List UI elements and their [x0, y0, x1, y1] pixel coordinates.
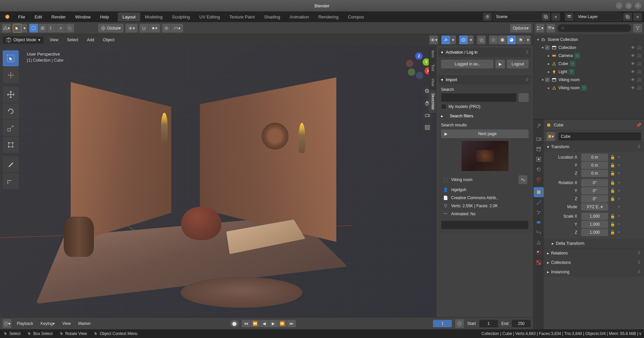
disable-render-icon[interactable]: 🎥	[637, 53, 642, 58]
submenu-add[interactable]: Add	[84, 35, 97, 45]
tab-texture-paint[interactable]: Texture Paint	[225, 12, 260, 21]
tab-object-props[interactable]	[534, 187, 544, 197]
tab-layout[interactable]: Layout	[118, 12, 140, 21]
tab-viewlayer-props[interactable]	[534, 154, 544, 164]
visibility-icon[interactable]: 👁	[631, 53, 635, 58]
lock-icon[interactable]: 🔓	[609, 170, 615, 177]
disable-render-icon[interactable]: 🎥	[637, 77, 642, 82]
outliner-item-viking-room[interactable]: ▾✓Viking room👁🎥	[534, 76, 644, 84]
visibility-filter-icon[interactable]: ▾	[429, 36, 438, 44]
viewport-options[interactable]: Options ▾	[510, 24, 531, 33]
outliner-item-camera[interactable]: ▸Camera▽👁🎥	[534, 52, 644, 60]
restrict-badge[interactable]: ▽	[581, 85, 587, 91]
end-frame[interactable]: 250	[512, 320, 531, 327]
visibility-icon[interactable]: 👁	[631, 77, 635, 82]
outliner-editor-icon[interactable]: ▾	[536, 24, 544, 33]
filter-icon[interactable]	[633, 24, 642, 33]
outliner-item-cube[interactable]: ▸Cube▽👁🎥	[534, 60, 644, 68]
z-axis-ball[interactable]: Z	[415, 52, 423, 60]
shading-rendered[interactable]	[516, 36, 525, 44]
outliner-item-light[interactable]: ▸Light▽👁🎥	[534, 68, 644, 76]
search-input[interactable]	[441, 93, 517, 102]
scene-collection-row[interactable]: ▾ 🗀 Scene Collection	[534, 36, 644, 44]
new-viewlayer-button[interactable]	[623, 13, 632, 21]
tab-shading[interactable]: Shading	[260, 12, 285, 21]
tab-data-props[interactable]	[534, 237, 544, 247]
restrict-badge[interactable]: ▽	[574, 53, 580, 59]
tool-move[interactable]	[3, 87, 19, 103]
submenu-view[interactable]: View	[47, 35, 61, 45]
menu-help[interactable]: Help	[95, 11, 114, 22]
neg-z-axis-ball[interactable]	[416, 72, 423, 79]
tab-texture-props[interactable]	[534, 258, 544, 268]
location-x[interactable]: 0 m	[581, 154, 608, 161]
scale-y[interactable]: 1.000	[581, 221, 608, 228]
close-button[interactable]: ×	[635, 2, 641, 9]
timeline-editor-icon[interactable]: ▾	[3, 319, 11, 328]
logged-in-as[interactable]: Logged in as..	[441, 60, 493, 68]
tab-view[interactable]: View	[429, 75, 436, 90]
result-thumbnail[interactable]	[462, 141, 508, 171]
proportional-falloff[interactable]: ▾	[171, 24, 183, 33]
lock-icon[interactable]: 🔓	[609, 162, 615, 169]
minimize-button[interactable]: –	[616, 2, 623, 9]
datablock-name-input[interactable]	[558, 132, 641, 141]
tab-output-props[interactable]	[534, 144, 544, 154]
lock-icon[interactable]: 🔓	[609, 213, 615, 220]
location-y[interactable]: 0 m	[581, 162, 608, 169]
disable-render-icon[interactable]: 🎥	[637, 45, 642, 50]
visibility-icon[interactable]: 👁	[631, 45, 635, 50]
my-models-checkbox[interactable]	[441, 104, 446, 109]
relations-header[interactable]: ▸ Relations⠿	[544, 248, 644, 258]
delete-scene-button[interactable]: ×	[551, 13, 560, 21]
transform-orientation[interactable]: Global ▾	[98, 24, 123, 33]
restrict-badge[interactable]: ▽	[569, 69, 575, 75]
import-header[interactable]: ▾Import⠿	[438, 75, 531, 84]
xray-toggle[interactable]	[477, 36, 486, 44]
menu-file[interactable]: File	[13, 11, 30, 22]
rotation-z[interactable]: 0°	[581, 195, 608, 203]
blender-logo-icon[interactable]	[2, 12, 11, 21]
collections-header[interactable]: ▸ Collections⠿	[544, 258, 644, 267]
import-path-input[interactable]	[441, 221, 529, 229]
play-reverse-button[interactable]: ◀	[260, 320, 269, 327]
display-mode-icon[interactable]: ▾	[546, 24, 555, 33]
view-layer-input[interactable]	[575, 13, 622, 21]
lock-icon[interactable]: 🔓	[609, 187, 615, 194]
timeline-view[interactable]: View	[60, 318, 73, 329]
overlays-toggle[interactable]	[459, 36, 468, 44]
transform-header[interactable]: ▾ Transform⠿	[544, 142, 644, 152]
tab-material-props[interactable]	[534, 247, 544, 258]
shading-dropdown[interactable]: ▾	[525, 36, 531, 44]
tab-rendering[interactable]: Rendering	[314, 12, 343, 21]
jump-start-button[interactable]: ⏮	[242, 320, 251, 327]
proportional-edit-toggle[interactable]	[162, 24, 171, 33]
keyframe-next-button[interactable]: ⏩	[278, 320, 287, 327]
gizmo-toggle[interactable]	[441, 36, 450, 44]
tab-sculpting[interactable]: Sculpting	[167, 12, 195, 21]
tab-animation[interactable]: Animation	[285, 12, 314, 21]
pivot-point[interactable]: ▾	[125, 24, 138, 33]
logout-button[interactable]: Logout	[507, 60, 529, 68]
tool-rotate[interactable]	[3, 103, 19, 119]
checkbox[interactable]: ✓	[545, 45, 550, 50]
keyframe-prev-button[interactable]: ⏪	[251, 320, 260, 327]
scene-name-input[interactable]	[493, 13, 540, 21]
scale-x[interactable]: 1.000	[581, 213, 608, 220]
maximize-button[interactable]: ▢	[625, 2, 632, 9]
submenu-object[interactable]: Object	[100, 35, 117, 45]
play-icon[interactable]: ▶	[495, 60, 505, 68]
disable-render-icon[interactable]: 🎥	[637, 61, 642, 66]
visibility-icon[interactable]: 👁	[631, 69, 635, 74]
menu-render[interactable]: Render	[47, 11, 70, 22]
delete-viewlayer-button[interactable]: ×	[633, 13, 642, 21]
datablock-browse-icon[interactable]: ▾	[546, 132, 555, 141]
rotation-y[interactable]: 0°	[581, 187, 608, 194]
start-frame[interactable]: 1	[479, 320, 498, 327]
lock-icon[interactable]: 🔓	[609, 154, 615, 161]
object-name[interactable]: Cube	[554, 123, 564, 127]
tool-cursor[interactable]	[3, 67, 19, 83]
lock-icon[interactable]: 🔓	[609, 229, 615, 236]
tab-sketchfab[interactable]: Sketchfab	[429, 90, 436, 113]
snap-settings[interactable]: ▾	[149, 24, 160, 33]
